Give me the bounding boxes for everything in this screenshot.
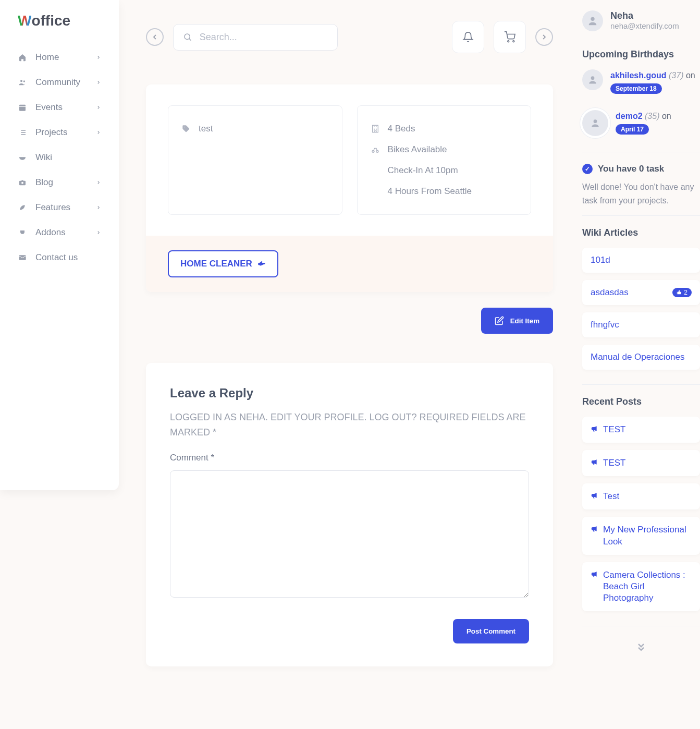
user-icon <box>590 118 600 128</box>
scroll-down-button[interactable] <box>582 642 700 652</box>
features-box: 4 Beds Bikes Available Check-In At 10pm … <box>357 105 532 215</box>
sidebar-item-projects[interactable]: Projects <box>0 120 119 145</box>
birthdays-title: Upcoming Birthdays <box>582 49 700 60</box>
wiki-item[interactable]: 101d <box>582 248 700 273</box>
nav-label: Contact us <box>35 252 78 263</box>
feature-text: Bikes Available <box>388 144 447 155</box>
svg-point-4 <box>21 182 23 184</box>
post-label: TEST <box>603 457 625 469</box>
logo[interactable]: Woffice <box>0 13 119 45</box>
divider <box>582 626 700 626</box>
wiki-item[interactable]: fhngfvc <box>582 312 700 337</box>
button-label: Edit Item <box>510 317 539 325</box>
chevron-right-icon <box>96 230 101 235</box>
logo-text: office <box>31 13 70 29</box>
tags-box: test <box>168 105 342 215</box>
notifications-button[interactable] <box>452 21 484 53</box>
feature-text: 4 Hours From Seattle <box>388 186 472 197</box>
back-button[interactable] <box>146 28 164 46</box>
home-cleaner-button[interactable]: HOME CLEANER <box>168 250 278 277</box>
check-icon: ✓ <box>582 164 593 174</box>
birthday-name: akhilesh.goud <box>610 71 667 80</box>
bullhorn-icon <box>591 570 598 578</box>
user-icon <box>587 15 598 27</box>
nav-label: Community <box>35 77 80 88</box>
feature-text: Check-In At 10pm <box>388 165 458 176</box>
search-input[interactable] <box>200 32 328 43</box>
home-icon <box>18 53 27 62</box>
wiki-item[interactable]: Manual de Operaciones <box>582 345 700 370</box>
user-header[interactable]: Neha neha@xtendify.com <box>582 10 700 31</box>
mail-icon <box>18 253 27 262</box>
birthday-item[interactable]: demo2 (35) onApril 17 <box>582 110 700 136</box>
svg-point-13 <box>591 76 595 80</box>
wiki-label: 101d <box>591 255 610 265</box>
edit-icon <box>495 316 504 325</box>
chevron-double-down-icon <box>636 642 646 652</box>
svg-rect-2 <box>19 105 26 111</box>
logout-link[interactable]: LOG OUT? <box>369 412 416 422</box>
logo-mark: W <box>18 13 31 29</box>
reply-heading: Leave a Reply <box>170 386 529 400</box>
camera-icon <box>18 178 27 187</box>
post-label: Test <box>603 491 619 502</box>
wiki-item[interactable]: asdasdas2 <box>582 280 700 305</box>
chevron-right-icon <box>96 205 101 210</box>
cart-icon <box>504 31 515 43</box>
wiki-label: Manual de Operaciones <box>591 352 685 362</box>
comment-label: Comment * <box>170 453 529 463</box>
avatar <box>582 69 603 90</box>
thumbs-up-icon <box>677 290 682 295</box>
bullhorn-icon <box>591 492 598 499</box>
feature-text: 4 Beds <box>388 124 415 134</box>
cart-button[interactable] <box>494 21 526 53</box>
sidebar-item-events[interactable]: Events <box>0 95 119 120</box>
topbar <box>146 21 553 53</box>
forward-button[interactable] <box>535 28 553 46</box>
post-comment-button[interactable]: Post Comment <box>453 619 529 643</box>
post-label: Camera Collections : Beach Girl Photogra… <box>603 569 692 604</box>
logged-user-link[interactable]: NEHA <box>239 412 265 422</box>
posts-title: Recent Posts <box>582 396 700 407</box>
svg-rect-9 <box>372 125 378 132</box>
sidebar-item-community[interactable]: Community <box>0 70 119 95</box>
sidebar-item-contact-us[interactable]: Contact us <box>0 245 119 270</box>
chevron-right-icon <box>96 80 101 85</box>
birthday-item[interactable]: akhilesh.goud (37) onSeptember 18 <box>582 69 700 94</box>
wiki-label: asdasdas <box>591 287 629 298</box>
svg-point-0 <box>20 80 22 82</box>
sidebar-item-blog[interactable]: Blog <box>0 170 119 195</box>
svg-point-7 <box>508 41 509 42</box>
point-right-icon <box>257 260 266 268</box>
edit-profile-link[interactable]: EDIT YOUR PROFILE. <box>271 412 366 422</box>
sidebar-item-wiki[interactable]: Wiki <box>0 145 119 170</box>
right-sidebar: Neha neha@xtendify.com Upcoming Birthday… <box>580 0 700 729</box>
user-email: neha@xtendify.com <box>610 21 679 30</box>
nav-label: Home <box>35 52 59 63</box>
nav-label: Blog <box>35 177 53 188</box>
bell-icon <box>462 31 474 43</box>
avatar <box>582 10 603 31</box>
search-icon <box>183 32 192 42</box>
post-item[interactable]: Test <box>582 483 700 509</box>
bullhorn-icon <box>591 425 598 432</box>
post-item[interactable]: TEST <box>582 450 700 476</box>
sidebar-item-features[interactable]: Features <box>0 195 119 220</box>
post-item[interactable]: My New Professional Look <box>582 517 700 554</box>
post-item[interactable]: Camera Collections : Beach Girl Photogra… <box>582 562 700 611</box>
sidebar-item-addons[interactable]: Addons <box>0 220 119 245</box>
bowl-icon <box>18 153 27 162</box>
button-label: Post Comment <box>466 627 515 635</box>
post-item[interactable]: TEST <box>582 417 700 443</box>
post-label: TEST <box>603 424 625 435</box>
edit-item-button[interactable]: Edit Item <box>481 308 553 334</box>
chevron-right-icon <box>96 180 101 185</box>
tag-icon <box>182 125 191 133</box>
svg-point-12 <box>591 17 594 21</box>
svg-rect-5 <box>19 255 26 260</box>
item-card: test 4 Beds Bikes Available <box>146 84 553 292</box>
comment-textarea[interactable] <box>170 470 529 598</box>
sidebar-item-home[interactable]: Home <box>0 45 119 70</box>
svg-point-1 <box>23 80 25 82</box>
search-box[interactable] <box>173 24 338 51</box>
